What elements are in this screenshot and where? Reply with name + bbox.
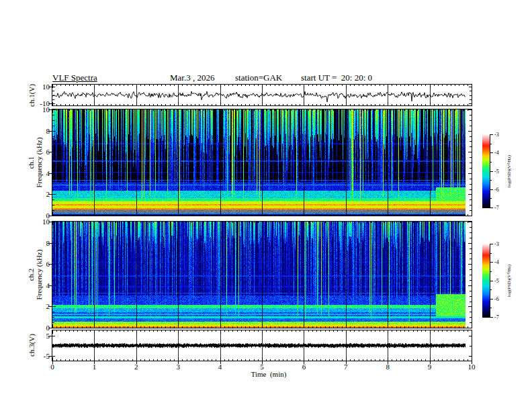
ch1-voltage-tick-label: 10 (30, 83, 50, 91)
ch1-axis-channel-text: ch.1 (27, 156, 35, 169)
colorbar-2-tick (490, 281, 493, 281)
colorbar-1 (482, 134, 490, 208)
spec1-outward-tick (48, 194, 52, 195)
spec2-frequency-tick-label: 6 (30, 260, 50, 268)
x-axis-outward-tick (94, 361, 95, 364)
ch1-waveform-canvas (52, 85, 472, 105)
ch1-spectrogram-canvas (52, 109, 472, 216)
spec1-frequency-tick-label: 2 (30, 190, 50, 198)
ch3-waveform-panel (52, 330, 472, 361)
colorbar-2-tick (490, 299, 493, 300)
spec2-frequency-tick-label: 10 (30, 218, 50, 226)
spec2-frequency-tick-label: 4 (30, 281, 50, 289)
colorbar-1-tick (490, 208, 493, 208)
colorbar-2-tick-label: -5 (494, 278, 506, 284)
spec1-frequency-tick-label: 6 (30, 148, 50, 156)
x-axis-outward-tick (262, 361, 263, 364)
x-axis-outward-tick (388, 361, 388, 364)
ch2-axis-frequency-text: Frequency (kHz) (35, 250, 43, 300)
colorbar-2-tick-label: -7 (494, 314, 506, 320)
date-label: Mar.3 , 2026 (170, 73, 214, 83)
spec1-outward-tick (48, 152, 52, 152)
colorbar-1-tick (490, 189, 493, 190)
spec1-outward-tick (48, 173, 52, 174)
x-axis-outward-tick (472, 361, 472, 364)
ch3-voltage-outward-tick (48, 336, 52, 336)
colorbar-1-minor-tick (490, 162, 492, 163)
colorbar-1-minor-tick (490, 180, 492, 181)
colorbar-1-tick (490, 171, 493, 172)
ch1-waveform-panel (52, 84, 472, 106)
ch1-spectrogram-panel (52, 109, 472, 216)
colorbar-2 (482, 244, 490, 318)
ch3-voltage-tick-label: 5 (30, 332, 50, 340)
spec1-outward-tick (48, 109, 52, 110)
colorbar-1-tick-label: -6 (494, 187, 506, 193)
x-axis-outward-tick (346, 361, 347, 364)
ch2-spectrogram-canvas (52, 222, 472, 328)
ch1-voltage-outward-tick (48, 103, 52, 104)
colorbar-2-label-text: log(PSD)(V²/Hz) (506, 265, 512, 297)
time-axis-label: Time (min) (222, 370, 316, 378)
vlf-spectra-page: VLF Spectra Mar.3 , 2026 station=GAK sta… (0, 0, 532, 411)
ch1-voltage-outward-tick (48, 87, 52, 87)
x-axis-outward-tick (220, 361, 221, 364)
spec1-frequency-tick-label: 8 (30, 127, 50, 135)
spec2-outward-tick (48, 306, 52, 307)
ch1-axis-frequency-text: Frequency (kHz) (35, 138, 43, 188)
colorbar-2-tick-label: -6 (494, 296, 506, 302)
colorbar-2-tick (490, 262, 493, 263)
colorbar-1-tick (490, 152, 493, 153)
colorbar-1-tick (490, 134, 493, 135)
colorbar-1-label-text: log(PSD)(V²/Hz) (506, 155, 512, 187)
colorbar-2-minor-tick (490, 271, 492, 272)
spec2-outward-tick (48, 222, 52, 222)
colorbar-1-label: log(PSD)(V²/Hz) (506, 141, 513, 201)
colorbar-2-minor-tick (490, 253, 492, 254)
colorbar-2-label: log(PSD)(V²/Hz) (506, 250, 513, 311)
ch2-spectrogram-panel (52, 221, 472, 328)
colorbar-2-tick (490, 244, 493, 244)
page-title: VLF Spectra (52, 73, 97, 83)
spec1-outward-tick (48, 216, 52, 216)
spec2-frequency-tick-label: 0 (30, 324, 50, 332)
spec1-frequency-tick-label: 10 (30, 105, 50, 113)
colorbar-2-minor-tick (490, 308, 492, 308)
colorbar-2-minor-tick (490, 289, 492, 290)
station-label: station=GAK (235, 73, 282, 83)
spec2-outward-tick (48, 264, 52, 265)
colorbar-1-tick-label: -4 (494, 150, 506, 156)
x-axis-outward-tick (136, 361, 137, 364)
colorbar-1-tick-label: -3 (494, 132, 506, 138)
spec2-outward-tick (48, 328, 52, 328)
colorbar-1-minor-tick (490, 144, 492, 144)
spec2-outward-tick (48, 243, 52, 244)
spec2-frequency-tick-label: 8 (30, 239, 50, 247)
colorbar-1-tick-label: -5 (494, 169, 506, 175)
spec2-outward-tick (48, 285, 52, 286)
spec1-frequency-tick-label: 4 (30, 169, 50, 177)
x-axis-outward-tick (52, 361, 53, 364)
ch1-voltage-axis-label: ch.1(V) (27, 68, 36, 122)
colorbar-2-tick-label: -3 (494, 241, 506, 247)
spec1-outward-tick (48, 131, 52, 132)
spec2-frequency-tick-label: 2 (30, 302, 50, 310)
x-axis-outward-tick (430, 361, 431, 364)
ch3-voltage-tick-label: -5 (30, 352, 50, 360)
x-axis-outward-tick (304, 361, 304, 364)
colorbar-2-tick-label: -4 (494, 259, 506, 265)
colorbar-1-tick-label: -7 (494, 205, 506, 211)
x-axis-outward-tick (178, 361, 179, 364)
ch3-voltage-outward-tick (48, 356, 52, 357)
ch3-waveform-canvas (52, 330, 472, 361)
colorbar-1-minor-tick (490, 198, 492, 199)
ch2-axis-channel-text: ch.2 (27, 269, 35, 281)
start-ut-label: start UT = 20: 20: 0 (301, 73, 372, 83)
colorbar-2-tick (490, 317, 493, 318)
